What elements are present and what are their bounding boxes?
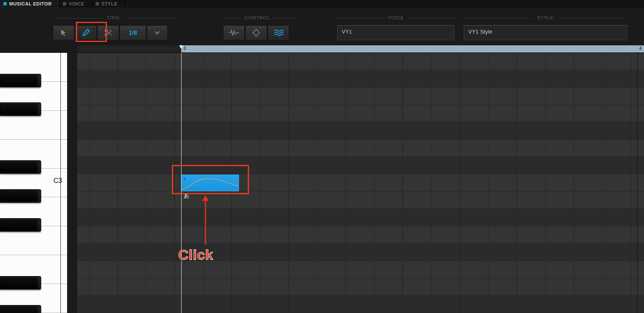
quantize-value-button[interactable]: 1/8 (119, 25, 146, 40)
tab-indicator (96, 2, 99, 5)
tab-voice[interactable]: VOICE (60, 0, 92, 8)
tool-pointer-button[interactable] (53, 25, 75, 40)
playhead[interactable] (181, 53, 182, 313)
grid-row (77, 53, 644, 70)
note-body[interactable]: a (181, 175, 239, 191)
tab-label: MUSICAL EDITOR (9, 1, 52, 6)
grid-row (77, 209, 644, 226)
black-key[interactable] (0, 305, 41, 313)
piano-gutter (67, 53, 77, 313)
grid-row (77, 296, 644, 313)
grid-row (77, 140, 644, 157)
control-waveform-button[interactable] (223, 25, 245, 40)
group-label: STYLE (464, 15, 627, 20)
grid-row (77, 244, 644, 261)
style-field[interactable]: VY1 Style (464, 25, 627, 40)
grid-row (77, 88, 644, 105)
voice-field[interactable]: VY1 (337, 25, 454, 40)
black-key[interactable] (0, 74, 41, 87)
grid-row (77, 122, 644, 139)
control-vibrato-button[interactable] (267, 25, 289, 40)
voice-value: VY1 (342, 29, 352, 35)
tab-indicator (63, 2, 66, 5)
tool-pencil-button[interactable] (75, 25, 97, 40)
editor-main: 3 4 C3 a あ Click (0, 45, 644, 313)
black-key[interactable] (0, 102, 41, 116)
grid-row (77, 105, 644, 122)
grid-row (77, 157, 644, 174)
playhead-marker-icon[interactable] (179, 45, 183, 49)
editor-tabs: MUSICAL EDITOR VOICE STYLE (0, 0, 644, 8)
quantize-menu-button[interactable] (147, 25, 168, 40)
group-label: VOICE (337, 15, 454, 20)
toolbar: TOOL 1/8 CONTROL (0, 8, 644, 45)
tool-scissors-button[interactable] (97, 25, 119, 40)
group-label: TOOL (53, 15, 174, 20)
timeline-ruler[interactable]: 3 4 (77, 45, 644, 53)
annotation-click-label: Click (178, 247, 213, 263)
tab-label: VOICE (69, 1, 84, 6)
annotation-arrow-icon (201, 195, 210, 245)
tab-musical-editor[interactable]: MUSICAL EDITOR (0, 0, 60, 8)
ruler-marker: 3 (184, 46, 186, 51)
grid-row (77, 278, 644, 295)
piano-roll-grid[interactable]: a あ (77, 53, 644, 313)
control-expression-button[interactable] (245, 25, 267, 40)
black-key[interactable] (0, 189, 41, 203)
group-label: CONTROL (220, 15, 295, 20)
style-value: VY1 Style (468, 29, 492, 35)
note-lyric: あ (184, 192, 189, 200)
tab-active-indicator (3, 2, 7, 5)
grid-row (77, 70, 644, 87)
ruler-marker: 4 (639, 46, 641, 51)
grid-row (77, 174, 644, 191)
tab-label: STYLE (101, 1, 117, 6)
pitch-curve (182, 175, 239, 191)
grid-row (77, 192, 644, 209)
grid-row (77, 226, 644, 243)
black-key[interactable] (0, 218, 41, 232)
black-key[interactable] (0, 160, 41, 174)
svg-marker-3 (202, 195, 209, 201)
ruler-region (181, 45, 644, 52)
piano-keyboard[interactable]: C3 (0, 53, 67, 313)
tab-style[interactable]: STYLE (92, 0, 125, 8)
black-key[interactable] (0, 276, 41, 290)
grid-row (77, 261, 644, 278)
